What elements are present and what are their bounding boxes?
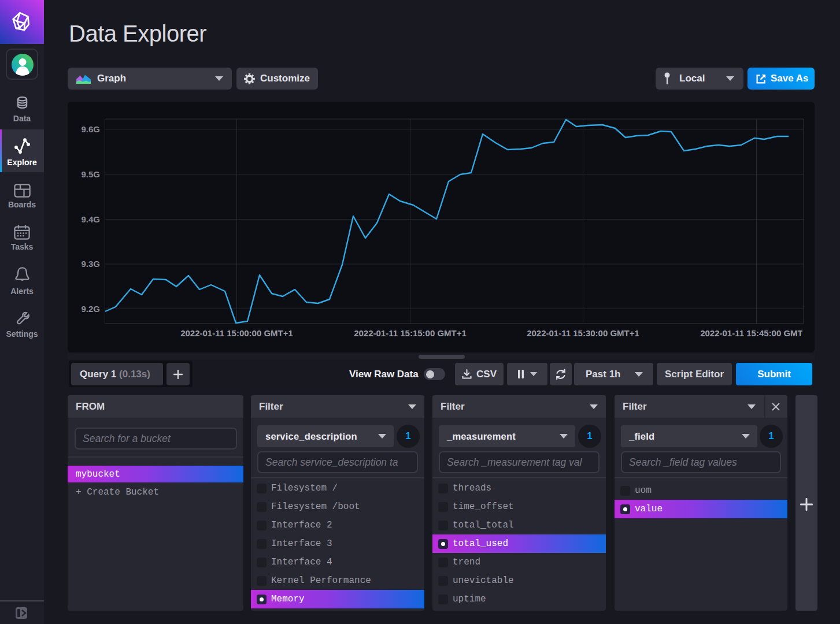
svg-text:9.2G: 9.2G (81, 304, 100, 314)
svg-text:2022-01-11 15:15:00 GMT+1: 2022-01-11 15:15:00 GMT+1 (354, 328, 467, 338)
svg-text:9.5G: 9.5G (81, 169, 100, 179)
svg-text:9.4G: 9.4G (81, 214, 100, 224)
svg-text:9.3G: 9.3G (81, 259, 100, 269)
svg-text:2022-01-11 15:30:00 GMT+1: 2022-01-11 15:30:00 GMT+1 (527, 328, 639, 338)
svg-text:9.6G: 9.6G (81, 124, 100, 134)
svg-text:2022-01-11 15:00:00 GMT+1: 2022-01-11 15:00:00 GMT+1 (180, 328, 293, 338)
svg-text:2022-01-11 15:45:00 GMT+1: 2022-01-11 15:45:00 GMT+1 (700, 328, 813, 338)
